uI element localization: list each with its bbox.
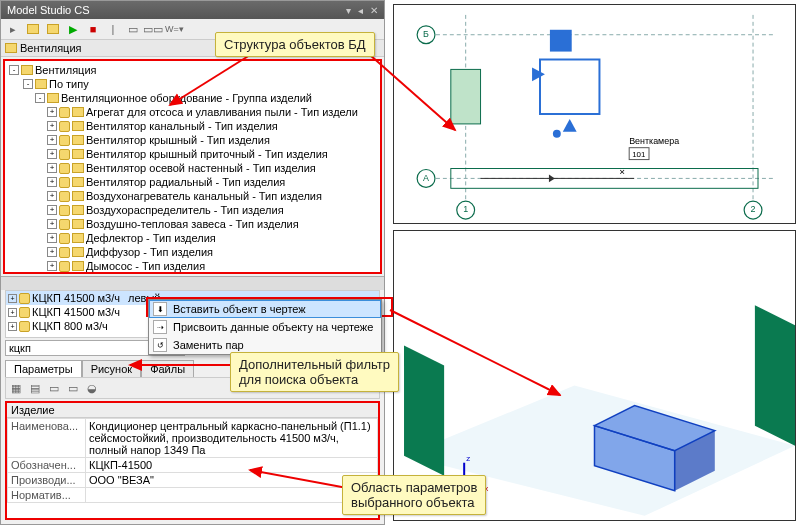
replace-icon: ↺ bbox=[153, 338, 167, 352]
tool-icon[interactable]: ▭ bbox=[46, 380, 62, 396]
param-row[interactable]: Производи...ООО "ВЕЗА" bbox=[8, 473, 378, 488]
collapse-icon[interactable]: - bbox=[35, 93, 45, 103]
folder-icon bbox=[5, 43, 17, 53]
type-icon bbox=[59, 149, 70, 160]
tree-root-label: Вентиляция bbox=[20, 42, 82, 54]
object-tree[interactable]: -Вентиляция -По типу -Вентиляционное обо… bbox=[3, 59, 382, 274]
svg-text:1: 1 bbox=[463, 204, 468, 214]
chevron-left-icon[interactable]: ◂ bbox=[358, 5, 363, 16]
type-icon bbox=[59, 191, 70, 202]
folder-icon bbox=[72, 219, 84, 229]
play-icon[interactable]: ▶ bbox=[65, 21, 81, 37]
tool-icon[interactable]: ▦ bbox=[8, 380, 24, 396]
context-menu: ⬇Вставить объект в чертеж ⇢Присвоить дан… bbox=[148, 299, 382, 355]
svg-text:A: A bbox=[423, 173, 429, 183]
tree-node[interactable]: Дымосос - Тип изделия bbox=[86, 259, 205, 273]
stop-icon[interactable]: ■ bbox=[85, 21, 101, 37]
type-icon bbox=[59, 247, 70, 258]
expand-icon[interactable]: + bbox=[8, 294, 17, 303]
svg-text:101: 101 bbox=[632, 150, 646, 159]
expand-icon[interactable]: + bbox=[47, 233, 57, 243]
svg-rect-14 bbox=[550, 30, 572, 52]
expand-icon[interactable]: + bbox=[47, 163, 57, 173]
param-row[interactable]: Наименова...Кондиционер центральный карк… bbox=[8, 419, 378, 458]
minimize-icon[interactable]: ▾ bbox=[346, 5, 351, 16]
svg-rect-15 bbox=[540, 60, 599, 115]
plan-view[interactable]: Б A 1 2 Венткамера 101 × bbox=[393, 4, 796, 224]
tree-node[interactable]: Воздухораспределитель - Тип изделия bbox=[86, 203, 284, 217]
tree-node[interactable]: По типу bbox=[49, 77, 89, 91]
svg-marker-27 bbox=[404, 345, 444, 475]
part-icon bbox=[19, 321, 30, 332]
tab-picture[interactable]: Рисунок bbox=[82, 360, 142, 377]
expand-icon[interactable]: + bbox=[47, 205, 57, 215]
tree-node[interactable]: Диффузор - Тип изделия bbox=[86, 245, 213, 259]
panel-title-bar: Model Studio CS ▾ ◂ ✕ bbox=[1, 1, 384, 19]
type-icon bbox=[59, 163, 70, 174]
expand-icon[interactable]: + bbox=[47, 177, 57, 187]
folder-icon bbox=[72, 163, 84, 173]
tool-icon[interactable]: ▭ bbox=[65, 380, 81, 396]
tree-node[interactable]: Вентилятор радиальный - Тип изделия bbox=[86, 175, 285, 189]
folder-icon bbox=[72, 261, 84, 271]
expand-icon[interactable]: + bbox=[47, 219, 57, 229]
ctx-insert-object[interactable]: ⬇Вставить объект в чертеж bbox=[149, 300, 381, 318]
parameters-table: Наименова...Кондиционер центральный карк… bbox=[7, 418, 378, 503]
callout-filter: Дополнительный фильтр для поиска объекта bbox=[230, 352, 399, 392]
param-row[interactable]: Норматив... bbox=[8, 488, 378, 503]
tree-node[interactable]: Вентиляционное оборудование - Группа изд… bbox=[61, 91, 312, 105]
horizontal-scrollbar[interactable] bbox=[1, 276, 384, 290]
tree-node[interactable]: Воздухонагреватель канальный - Тип издел… bbox=[86, 189, 322, 203]
svg-marker-16 bbox=[563, 119, 577, 132]
tree-node[interactable]: Вентилятор канальный - Тип изделия bbox=[86, 119, 278, 133]
tool-icon[interactable]: ◒ bbox=[84, 380, 100, 396]
two-pages-icon[interactable]: ▭▭ bbox=[145, 21, 161, 37]
insert-icon: ⬇ bbox=[153, 302, 167, 316]
tab-files[interactable]: Файлы bbox=[141, 360, 194, 377]
svg-text:2: 2 bbox=[751, 204, 756, 214]
expand-icon[interactable]: + bbox=[47, 261, 57, 271]
tree-node[interactable]: Зонт - Тип изделия bbox=[86, 273, 183, 274]
expand-icon[interactable]: + bbox=[47, 135, 57, 145]
tool-icon[interactable]: ▤ bbox=[27, 380, 43, 396]
tree-node[interactable]: Вентилятор крышный - Тип изделия bbox=[86, 133, 270, 147]
svg-marker-17 bbox=[532, 67, 545, 81]
svg-point-18 bbox=[553, 130, 561, 138]
param-row[interactable]: Обозначен...КЦКП-41500 bbox=[8, 458, 378, 473]
tab-parameters[interactable]: Параметры bbox=[5, 360, 82, 377]
tree-node[interactable]: Дефлектор - Тип изделия bbox=[86, 231, 216, 245]
folder-icon[interactable] bbox=[25, 21, 41, 37]
folder-icon bbox=[47, 93, 59, 103]
expand-icon[interactable]: + bbox=[47, 121, 57, 131]
svg-text:Б: Б bbox=[423, 29, 429, 39]
close-icon[interactable]: ✕ bbox=[370, 5, 378, 16]
expand-icon[interactable]: + bbox=[47, 107, 57, 117]
page-icon[interactable]: ▭ bbox=[125, 21, 141, 37]
svg-rect-13 bbox=[451, 69, 481, 124]
tree-node[interactable]: Вентилятор крышный приточный - Тип издел… bbox=[86, 147, 328, 161]
tree-node[interactable]: Вентиляция bbox=[35, 63, 97, 77]
expand-icon[interactable]: + bbox=[47, 191, 57, 201]
tree-node[interactable]: Агрегат для отсоса и улавливания пыли - … bbox=[86, 105, 358, 119]
type-icon bbox=[59, 205, 70, 216]
folder-icon bbox=[72, 247, 84, 257]
part-icon bbox=[19, 307, 30, 318]
svg-text:×: × bbox=[619, 166, 625, 177]
type-icon bbox=[59, 219, 70, 230]
folder-icon[interactable] bbox=[45, 21, 61, 37]
svg-text:z: z bbox=[466, 454, 470, 463]
callout-structure: Структура объектов БД bbox=[215, 32, 375, 57]
expand-icon[interactable]: + bbox=[47, 149, 57, 159]
tree-node[interactable]: Воздушно-тепловая завеса - Тип изделия bbox=[86, 217, 299, 231]
ctx-assign-data[interactable]: ⇢Присвоить данные объекту на чертеже bbox=[149, 318, 381, 336]
folder-icon bbox=[21, 65, 33, 75]
expand-icon[interactable]: + bbox=[47, 247, 57, 257]
viewports: Б A 1 2 Венткамера 101 × bbox=[385, 0, 800, 525]
tree-collapse-icon[interactable]: ▸ bbox=[5, 21, 21, 37]
tree-node[interactable]: Вентилятор осевой настенный - Тип издели… bbox=[86, 161, 316, 175]
label-style-dropdown[interactable]: W=▾ bbox=[165, 21, 184, 37]
expand-icon[interactable]: + bbox=[8, 308, 17, 317]
collapse-icon[interactable]: - bbox=[23, 79, 33, 89]
expand-icon[interactable]: + bbox=[8, 322, 17, 331]
collapse-icon[interactable]: - bbox=[9, 65, 19, 75]
